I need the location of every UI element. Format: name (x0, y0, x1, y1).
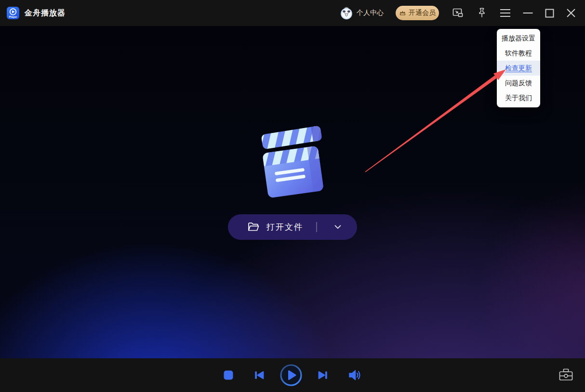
pin-icon (477, 7, 487, 19)
toolbox-button[interactable] (558, 368, 574, 384)
app-title: 金舟播放器 (25, 8, 66, 18)
play-button[interactable] (280, 364, 302, 386)
maximize-icon (545, 9, 554, 18)
close-button[interactable] (566, 8, 576, 18)
minimize-icon (523, 12, 533, 14)
mini-player-button[interactable] (452, 7, 465, 19)
menu-button[interactable] (500, 9, 511, 17)
playback-controls (0, 358, 585, 392)
chevron-down-icon[interactable] (334, 225, 341, 229)
stop-button[interactable] (224, 370, 233, 380)
open-membership-button[interactable]: 开通会员 (396, 6, 439, 20)
menu-icon (500, 9, 511, 17)
menu-item-about-us[interactable]: 关于我们 (497, 91, 540, 105)
toolbox-icon (558, 368, 574, 382)
app-logo-icon: Player (7, 7, 19, 19)
maximize-button[interactable] (545, 9, 554, 18)
player-window: Player 金舟播放器 个人中心 开通会员 (0, 0, 585, 392)
open-membership-label: 开通会员 (409, 9, 436, 17)
logo-text: Player (9, 15, 18, 18)
button-divider (316, 222, 317, 232)
play-icon (280, 364, 302, 386)
menu-item-software-tutorial[interactable]: 软件教程 (497, 46, 540, 61)
volume-button[interactable] (348, 369, 361, 381)
avatar[interactable] (340, 6, 353, 20)
app-menu-dropdown: 播放器设置 软件教程 检查更新 问题反馈 关于我们 (497, 29, 540, 107)
minimize-button[interactable] (523, 12, 533, 14)
stop-icon (224, 370, 233, 380)
volume-icon (348, 369, 361, 381)
open-file-button[interactable]: 打开文件 (228, 214, 357, 240)
previous-icon (253, 369, 265, 381)
menu-item-player-settings[interactable]: 播放器设置 (497, 31, 540, 46)
menu-item-feedback[interactable]: 问题反馈 (497, 76, 540, 91)
menu-item-check-update[interactable]: 检查更新 (497, 61, 540, 76)
crown-icon (399, 10, 406, 16)
player-main-area: 打开文件 播放器设置 软件教程 检查更新 问题反馈 关于我们 (0, 26, 585, 358)
titlebar-right: 个人中心 开通会员 (340, 6, 576, 20)
close-icon (566, 8, 576, 18)
clapperboard-illustration (259, 125, 327, 205)
next-icon (317, 369, 329, 381)
folder-open-icon (248, 222, 259, 232)
user-center-link[interactable]: 个人中心 (357, 9, 384, 17)
pin-button[interactable] (477, 7, 487, 19)
next-button[interactable] (317, 369, 329, 381)
mini-player-icon (452, 7, 465, 19)
open-file-label: 打开文件 (266, 222, 303, 233)
titlebar: Player 金舟播放器 个人中心 开通会员 (0, 0, 585, 26)
playback-bar (0, 358, 585, 392)
previous-button[interactable] (253, 369, 265, 381)
